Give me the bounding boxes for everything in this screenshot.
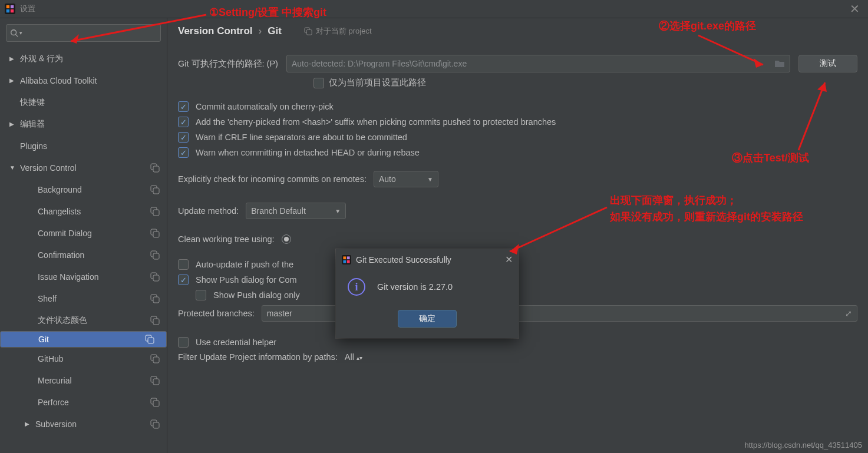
test-button[interactable]: 测试 <box>798 55 857 72</box>
tree-item-file-status-colors[interactable]: 文件状态颜色 <box>0 309 167 331</box>
app-icon <box>5 4 15 14</box>
updown-icon: ▴▾ <box>357 355 362 361</box>
project-scope-icon <box>150 354 160 363</box>
svg-point-5 <box>11 30 16 35</box>
tree-item-plugins[interactable]: Plugins <box>0 135 167 157</box>
tree-item-background[interactable]: Background <box>0 178 167 200</box>
update-method-label: Update method: <box>178 206 239 216</box>
svg-rect-26 <box>153 357 159 363</box>
svg-rect-8 <box>153 166 159 172</box>
project-scope-icon <box>150 163 160 173</box>
cherry-suffix-checkbox[interactable] <box>178 117 189 127</box>
show-push-checkbox[interactable] <box>178 275 189 285</box>
dialog-ok-button[interactable]: 确定 <box>398 310 457 328</box>
svg-rect-37 <box>347 256 350 259</box>
dialog-message: Git version is 2.27.0 <box>377 282 453 292</box>
breadcrumb-vc[interactable]: Version Control <box>178 25 253 37</box>
svg-rect-14 <box>153 232 159 237</box>
chevron-down-icon: ▼ <box>335 208 341 214</box>
git-success-dialog: Git Executed Successfully ✕ i Git versio… <box>336 249 519 338</box>
cherry-pick-auto-checkbox[interactable] <box>178 101 189 112</box>
clean-radio-1[interactable] <box>282 234 291 244</box>
info-icon: i <box>348 278 365 296</box>
svg-rect-4 <box>11 9 14 12</box>
remotes-check-label: Explicitly check for incoming commits on… <box>178 174 367 184</box>
tree-item-issue-navigation[interactable]: Issue Navigation <box>0 266 167 287</box>
svg-rect-24 <box>148 338 154 343</box>
store-only-label: 仅为当前项目设置此路径 <box>329 77 426 88</box>
expand-icon[interactable]: ⤢ <box>845 309 852 318</box>
update-method-select[interactable]: Branch Default▼ <box>246 203 346 219</box>
annotation-2: ②选择git.exe的路径 <box>659 19 756 33</box>
detached-warn-checkbox[interactable] <box>178 147 189 158</box>
project-scope-icon <box>150 398 160 407</box>
project-scope-icon <box>150 185 160 194</box>
store-only-checkbox[interactable] <box>313 78 324 88</box>
tree-item-appearance[interactable]: ▶外观 & 行为 <box>0 48 167 70</box>
svg-rect-12 <box>153 210 159 216</box>
dialog-title: Git Executed Successfully <box>356 255 451 264</box>
project-scope-icon <box>304 27 312 35</box>
auto-update-checkbox[interactable] <box>178 259 189 270</box>
annotation-1: ①Setting/设置 中搜索git <box>209 5 326 19</box>
window-close-icon[interactable]: ✕ <box>846 2 863 16</box>
svg-rect-1 <box>6 5 9 8</box>
chevron-down-icon: ▼ <box>427 176 433 183</box>
breadcrumb-git: Git <box>268 25 282 37</box>
svg-rect-20 <box>153 297 159 303</box>
tree-item-version-control[interactable]: ▼Version Control <box>0 157 167 178</box>
watermark: https://blog.csdn.net/qq_43511405 <box>745 441 863 449</box>
filter-label: Filter Update Project information by pat… <box>178 352 338 362</box>
project-scope-icon <box>145 335 154 344</box>
app-icon <box>342 255 351 264</box>
svg-rect-28 <box>153 379 159 385</box>
svg-rect-2 <box>11 5 14 8</box>
tree-item-github[interactable]: GitHub <box>0 348 167 369</box>
show-push-only-checkbox[interactable] <box>196 290 206 300</box>
tree-item-keymap[interactable]: 快捷键 <box>0 91 167 113</box>
svg-rect-16 <box>153 253 159 259</box>
project-scope-icon <box>150 207 160 216</box>
annotation-3: ③点击Test/测试 <box>732 151 809 165</box>
annotation-4a: 出现下面弹窗，执行成功； <box>610 193 737 207</box>
dialog-close-icon[interactable]: ✕ <box>505 254 513 265</box>
project-scope-icon <box>150 272 160 282</box>
svg-rect-30 <box>153 401 159 406</box>
git-path-label: Git 可执行文件的路径: (P) <box>178 58 278 70</box>
search-icon <box>10 29 18 37</box>
svg-rect-34 <box>306 29 312 35</box>
settings-search-input[interactable]: ▾ <box>6 24 161 42</box>
project-scope-icon <box>150 294 160 303</box>
tree-item-git[interactable]: Git <box>0 331 167 348</box>
credential-helper-checkbox[interactable] <box>178 337 189 348</box>
clean-label: Clean working tree using: <box>178 234 275 244</box>
git-path-input[interactable]: Auto-detected: D:\Program Files\Git\cmd\… <box>286 55 790 72</box>
project-scope-icon <box>150 376 160 385</box>
svg-line-6 <box>16 35 18 37</box>
svg-rect-36 <box>343 256 346 259</box>
svg-rect-22 <box>153 319 159 325</box>
remotes-select[interactable]: Auto▼ <box>374 171 438 187</box>
browse-folder-icon[interactable] <box>774 59 785 68</box>
tree-item-confirmation[interactable]: Confirmation <box>0 244 167 266</box>
svg-rect-32 <box>153 422 159 428</box>
crlf-warn-checkbox[interactable] <box>178 132 189 143</box>
tree-item-perforce[interactable]: Perforce <box>0 391 167 413</box>
tree-item-subversion[interactable]: ▶Subversion <box>0 413 167 435</box>
svg-rect-18 <box>153 275 159 281</box>
tree-item-mercurial[interactable]: Mercurial <box>0 369 167 391</box>
search-history-icon[interactable]: ▾ <box>19 30 22 36</box>
filter-value[interactable]: All ▴▾ <box>345 352 362 362</box>
tree-item-alibaba[interactable]: ▶Alibaba Cloud Toolkit <box>0 70 167 91</box>
sidebar: ▾ ▶外观 & 行为 ▶Alibaba Cloud Toolkit 快捷键 ▶编… <box>0 18 167 453</box>
tree-item-shelf[interactable]: Shelf <box>0 287 167 309</box>
tree-item-commit-dialog[interactable]: Commit Dialog <box>0 222 167 244</box>
svg-rect-10 <box>153 188 159 194</box>
breadcrumb-sep-icon: › <box>259 25 262 37</box>
tree-item-editor[interactable]: ▶编辑器 <box>0 113 167 135</box>
titlebar: 设置 ✕ <box>0 0 868 18</box>
main-panel: Version Control › Git 对于当前 project Git 可… <box>167 18 868 453</box>
window-title: 设置 <box>20 4 35 14</box>
tree-item-changelists[interactable]: Changelists <box>0 200 167 222</box>
annotation-4b: 如果没有成功，则重新选择git的安装路径 <box>610 210 803 224</box>
